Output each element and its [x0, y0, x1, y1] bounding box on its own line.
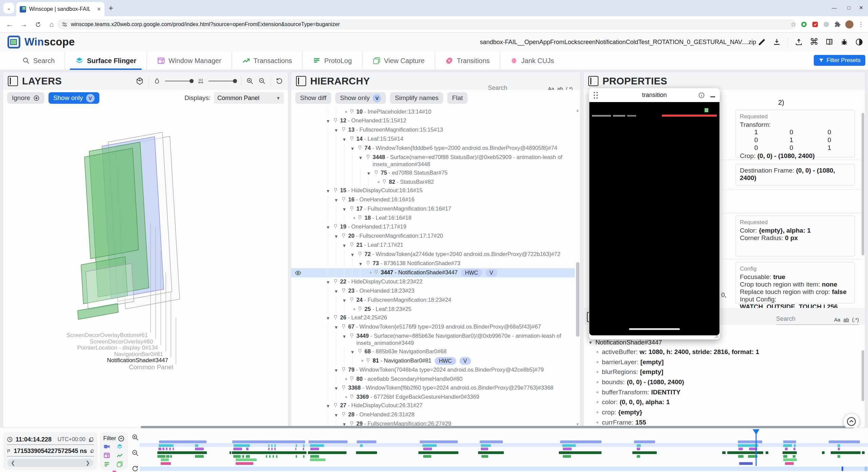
properties-search-input[interactable]: Search Aa ab (.*): [776, 310, 859, 325]
pin-icon[interactable]: [333, 117, 340, 123]
tree-row[interactable]: ▼3448 - Surface(name=ed70f88 StatusBar)/…: [291, 153, 575, 169]
shortcuts-icon[interactable]: ⌘: [810, 37, 818, 47]
layer-label[interactable]: Common Panel: [129, 363, 173, 371]
transition-window[interactable]: transition: [589, 88, 720, 339]
collapse-panel-icon[interactable]: [588, 76, 598, 86]
show-only-chip[interactable]: Show only V: [48, 92, 99, 104]
window-icon[interactable]: [103, 452, 112, 459]
tree-row[interactable]: ▼28 - OneHanded:26:31#28: [291, 410, 575, 419]
layers-icon[interactable]: [116, 443, 124, 450]
download-icon[interactable]: [773, 38, 781, 46]
show-diff-chip[interactable]: Show diff: [295, 92, 331, 104]
address-bar[interactable]: winscope.teams.x20web.corp.google.com/pr…: [57, 19, 796, 29]
resize-handle-icon[interactable]: [713, 333, 719, 338]
pin-icon[interactable]: [358, 144, 364, 151]
reload-icon[interactable]: [33, 20, 43, 29]
drag-handle-icon[interactable]: [594, 92, 598, 99]
copy-icon[interactable]: [90, 448, 94, 454]
pin-icon[interactable]: [333, 402, 340, 408]
rings-icon[interactable]: [111, 470, 117, 472]
timeline-zoom-in-icon[interactable]: [132, 434, 139, 441]
collapse-arrow-icon[interactable]: ▼: [350, 144, 358, 152]
report-bug-icon[interactable]: [840, 38, 848, 46]
pin-icon[interactable]: [350, 296, 356, 302]
collapse-arrow-icon[interactable]: ▼: [342, 205, 350, 213]
collapse-arrow-icon[interactable]: ▼: [342, 332, 350, 340]
pin-icon[interactable]: [333, 223, 340, 229]
layers-3d-canvas[interactable]: ScreenDecorOverlayBottom#61ScreenDecorOv…: [3, 106, 288, 428]
layer-label[interactable]: PointerLocation - display 0#134: [77, 345, 158, 351]
collapse-arrow-icon[interactable]: ▼: [367, 169, 374, 177]
copy-icon[interactable]: [88, 437, 94, 442]
property-node-row[interactable]: ▼ NotificationShade#3447: [588, 339, 662, 346]
collapse-arrow-icon[interactable]: ▼: [326, 187, 333, 195]
expand-arrow-icon[interactable]: ▼: [588, 340, 593, 345]
tree-row[interactable]: 3369 - 67726bf EdgeBackGestureHandler0#3…: [291, 393, 575, 401]
human-time-field[interactable]: 11:04:14.228 UTC+00:00: [7, 434, 94, 445]
zoom-out-icon[interactable]: [258, 77, 266, 85]
collapse-arrow-icon[interactable]: ▼: [326, 278, 333, 286]
property-list-scrollbar[interactable]: [862, 350, 864, 401]
tab-search-icon[interactable]: ⌄: [3, 3, 14, 14]
extension-b-icon[interactable]: [812, 21, 818, 28]
pin-icon[interactable]: [341, 411, 348, 417]
collapse-arrow-icon[interactable]: ▼: [342, 135, 350, 143]
frame-step-bar[interactable]: ❮ ❯: [7, 459, 93, 467]
pin-icon[interactable]: [350, 375, 356, 381]
info-icon[interactable]: [698, 92, 705, 99]
extension-c-icon[interactable]: [823, 21, 830, 28]
property-row[interactable]: color:(0, 0, 0), alpha: 1: [584, 398, 860, 408]
rotation-slider[interactable]: [165, 81, 193, 81]
tree-row[interactable]: ▼13 - FullscreenMagnification:15:15#13: [291, 125, 575, 135]
match-case-icon[interactable]: Aa: [834, 317, 840, 322]
tab-close-icon[interactable]: ✕: [97, 6, 101, 12]
property-row[interactable]: crop:{empty}: [584, 408, 860, 418]
layer-label[interactable]: NotificationShade#3447: [107, 357, 168, 364]
collapse-arrow-icon[interactable]: ▼: [334, 384, 341, 392]
tree-row[interactable]: ▼15 - HideDisplayCutout:16:16#15: [291, 186, 575, 195]
window-close-icon[interactable]: ✕: [859, 5, 863, 11]
new-tab-button[interactable]: +: [108, 4, 113, 12]
collapse-arrow-icon[interactable]: ▼: [326, 402, 333, 410]
show-only-v-chip[interactable]: Show only V: [335, 92, 386, 104]
tab-transactions[interactable]: Transactions: [232, 52, 302, 70]
tab-view-capture[interactable]: View Capture: [362, 52, 435, 70]
pin-icon[interactable]: [341, 323, 348, 329]
property-row[interactable]: bufferTransform:IDENTITY: [584, 388, 860, 398]
tree-row[interactable]: ▼12 - OneHanded:15:15#12: [291, 116, 575, 125]
pin-icon[interactable]: [333, 314, 340, 320]
ignore-chip[interactable]: Ignore: [7, 92, 44, 104]
collapse-arrow-icon[interactable]: ▼: [334, 126, 341, 134]
layer-label[interactable]: ScreenDecorOverlay#60: [90, 338, 153, 345]
tree-row[interactable]: ▼74 - WindowToken{fdddbe6 type=2000 andr…: [291, 144, 575, 153]
3d-view-icon[interactable]: [136, 77, 144, 85]
property-row[interactable]: bounds:(0, 0) - (1080, 2400): [584, 378, 860, 388]
browser-menu-icon[interactable]: ⋮: [858, 21, 864, 28]
tree-row[interactable]: ▼3449 - Surface(name=885b63e NavigationB…: [291, 332, 575, 347]
pin-icon[interactable]: [350, 393, 356, 399]
tab-window-manager[interactable]: Window Manager: [146, 52, 232, 70]
pin-icon[interactable]: [341, 366, 348, 372]
tree-row[interactable]: ▼26 - Leaf:24:25#26: [291, 313, 575, 322]
pin-icon[interactable]: [374, 269, 381, 275]
collapse-arrow-icon[interactable]: ▼: [326, 117, 333, 125]
collapse-arrow-icon[interactable]: ▼: [350, 348, 358, 356]
list-icon[interactable]: [103, 461, 112, 468]
visibility-eye-icon[interactable]: [295, 270, 301, 276]
next-frame-icon[interactable]: ❯: [85, 460, 90, 466]
pin-icon[interactable]: [366, 154, 373, 160]
pin-icon[interactable]: [374, 169, 381, 175]
pin-icon[interactable]: [358, 214, 364, 220]
tab-surface-flinger[interactable]: Surface Flinger: [65, 52, 146, 70]
profile-avatar[interactable]: [845, 20, 853, 28]
filter-presets-button[interactable]: Filter Presets: [814, 55, 865, 66]
pin-icon[interactable]: [350, 135, 356, 141]
minimize-icon[interactable]: [710, 96, 715, 97]
flat-chip[interactable]: Flat: [447, 92, 468, 104]
site-settings-icon[interactable]: [62, 22, 67, 27]
property-row[interactable]: blurRegions:[empty]: [584, 368, 860, 378]
tree-row[interactable]: ▼79 - WindowToken{7046b4a type=2024 andr…: [291, 366, 575, 375]
pin-icon[interactable]: [341, 196, 348, 202]
layer-label[interactable]: ScreenDecorOverlayBottom#61: [66, 332, 148, 339]
tree-row[interactable]: ▼68 - 885b63e NavigationBar0#68: [291, 347, 575, 356]
